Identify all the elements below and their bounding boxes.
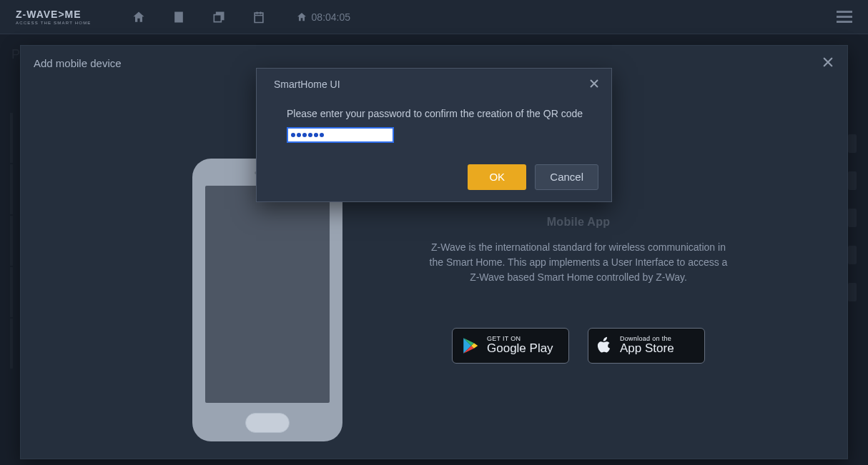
copy-icon[interactable] [212, 10, 226, 24]
app-description: Z-Wave is the international standard for… [425, 240, 732, 285]
dialog-title: SmartHome UI [274, 79, 340, 90]
brand-tagline: ACCESS THE SMART HOME [16, 21, 92, 25]
clock-time: 08:04:05 [312, 11, 351, 23]
google-play-icon [461, 336, 480, 355]
close-icon[interactable] [590, 79, 598, 90]
password-input[interactable] [287, 127, 394, 143]
building-icon[interactable] [172, 10, 186, 24]
home-icon[interactable] [132, 10, 146, 24]
clock-display: 08:04:05 [296, 11, 351, 23]
apple-big: App Store [620, 342, 674, 356]
calendar-icon[interactable] [252, 10, 266, 24]
apple-icon [597, 336, 613, 355]
clock-home-icon [296, 11, 307, 23]
cancel-button[interactable]: Cancel [535, 164, 598, 190]
dialog-message: Please enter your password to confirm th… [287, 107, 594, 121]
ok-button[interactable]: OK [468, 164, 526, 190]
menu-icon[interactable] [837, 11, 852, 24]
brand-logo: Z-WAVE>ME ACCESS THE SMART HOME [16, 9, 92, 25]
app-heading: Mobile App [547, 216, 611, 229]
google-big: Google Play [487, 342, 553, 356]
brand-name: Z-WAVE>ME [16, 9, 92, 19]
app-store-button[interactable]: Download on the App Store [588, 328, 705, 364]
close-icon[interactable] [822, 56, 834, 71]
password-confirm-dialog: SmartHome UI Please enter your password … [256, 68, 612, 202]
password-mask [291, 133, 324, 137]
modal-title: Add mobile device [34, 57, 122, 69]
google-play-button[interactable]: GET IT ON Google Play [452, 328, 569, 364]
